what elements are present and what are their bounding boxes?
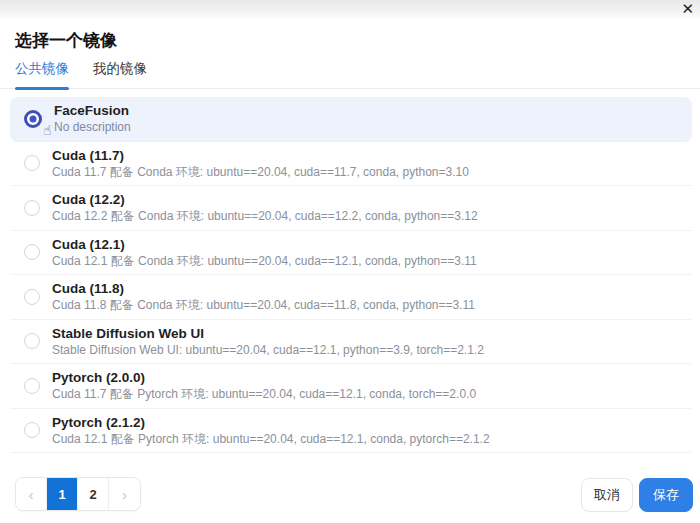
image-name: Cuda (12.1) xyxy=(52,236,477,253)
image-description: Cuda 12.1 配备 Conda 环境: ubuntu==20.04, cu… xyxy=(52,254,477,269)
image-row[interactable]: Cuda (11.7) Cuda 11.7 配备 Conda 环境: ubunt… xyxy=(10,142,692,187)
image-name: Pytorch (2.0.0) xyxy=(52,369,476,386)
image-row[interactable]: Cuda (11.8) Cuda 11.8 配备 Conda 环境: ubunt… xyxy=(10,275,692,320)
pagination-page-1[interactable]: 1 xyxy=(47,478,78,510)
tab-bar: 公共镜像 我的镜像 xyxy=(0,60,700,89)
save-button[interactable]: 保存 xyxy=(639,478,693,512)
top-gradient-band xyxy=(0,0,700,20)
image-description: Cuda 12.2 配备 Conda 环境: ubuntu==20.04, cu… xyxy=(52,209,478,224)
image-radio[interactable] xyxy=(24,110,42,128)
image-row[interactable]: FaceFusion No description xyxy=(10,97,692,142)
chevron-right-icon: › xyxy=(122,486,127,503)
image-name: Cuda (11.8) xyxy=(52,280,475,297)
dialog-title: 选择一个镜像 xyxy=(15,29,117,52)
tab-public-images[interactable]: 公共镜像 xyxy=(15,60,69,88)
image-radio[interactable] xyxy=(24,422,40,438)
image-radio[interactable] xyxy=(24,289,40,305)
image-row-text: Cuda (12.1) Cuda 12.1 配备 Conda 环境: ubunt… xyxy=(52,236,477,269)
image-row[interactable]: Cuda (12.2) Cuda 12.2 配备 Conda 环境: ubunt… xyxy=(10,186,692,231)
image-name: Stable Diffusion Web UI xyxy=(52,325,484,342)
select-image-dialog: ✕ 选择一个镜像 公共镜像 我的镜像 ☝ FaceFusion No descr… xyxy=(0,0,700,523)
cancel-button[interactable]: 取消 xyxy=(581,478,633,512)
image-row-text: FaceFusion No description xyxy=(54,102,131,135)
image-row-text: Stable Diffusion Web UI Stable Diffusion… xyxy=(52,325,484,358)
image-radio[interactable] xyxy=(24,378,40,394)
tab-my-images[interactable]: 我的镜像 xyxy=(93,60,147,88)
pagination-prev-button[interactable]: ‹ xyxy=(16,478,47,510)
image-radio[interactable] xyxy=(24,244,40,260)
image-radio[interactable] xyxy=(24,155,40,171)
image-row-text: Pytorch (2.0.0) Cuda 11.7 配备 Pytorch 环境:… xyxy=(52,369,476,402)
pagination-next-button[interactable]: › xyxy=(109,478,140,510)
image-name: Cuda (12.2) xyxy=(52,191,478,208)
image-description: Cuda 11.8 配备 Conda 环境: ubuntu==20.04, cu… xyxy=(52,298,475,313)
image-name: Pytorch (2.1.2) xyxy=(52,414,490,431)
image-description: Stable Diffusion Web UI: ubuntu==20.04, … xyxy=(52,343,484,358)
pagination: ‹ 1 2 › xyxy=(15,477,141,511)
image-row-text: Pytorch (2.1.2) Cuda 12.1 配备 Pytorch 环境:… xyxy=(52,414,490,447)
image-description: No description xyxy=(54,120,131,135)
image-row-text: Cuda (12.2) Cuda 12.2 配备 Conda 环境: ubunt… xyxy=(52,191,478,224)
image-description: Cuda 11.7 配备 Pytorch 环境: ubuntu==20.04, … xyxy=(52,387,476,402)
image-row-text: Cuda (11.7) Cuda 11.7 配备 Conda 环境: ubunt… xyxy=(52,147,469,180)
image-row[interactable]: Pytorch (2.0.0) Cuda 11.7 配备 Pytorch 环境:… xyxy=(10,364,692,409)
image-row[interactable]: Pytorch (2.1.2) Cuda 12.1 配备 Pytorch 环境:… xyxy=(10,409,692,454)
image-radio[interactable] xyxy=(24,200,40,216)
image-name: FaceFusion xyxy=(54,102,131,119)
image-row-text: Cuda (11.8) Cuda 11.8 配备 Conda 环境: ubunt… xyxy=(52,280,475,313)
image-description: Cuda 11.7 配备 Conda 环境: ubuntu==20.04, cu… xyxy=(52,165,469,180)
close-icon[interactable]: ✕ xyxy=(681,0,694,18)
image-radio[interactable] xyxy=(24,333,40,349)
image-row[interactable]: Cuda (12.1) Cuda 12.1 配备 Conda 环境: ubunt… xyxy=(10,231,692,276)
image-row[interactable]: Stable Diffusion Web UI Stable Diffusion… xyxy=(10,320,692,365)
pagination-page-2[interactable]: 2 xyxy=(78,478,109,510)
image-description: Cuda 12.1 配备 Pytorch 环境: ubuntu==20.04, … xyxy=(52,432,490,447)
image-name: Cuda (11.7) xyxy=(52,147,469,164)
chevron-left-icon: ‹ xyxy=(29,486,34,503)
image-list: ☝ FaceFusion No description Cuda (11.7) … xyxy=(10,97,692,453)
